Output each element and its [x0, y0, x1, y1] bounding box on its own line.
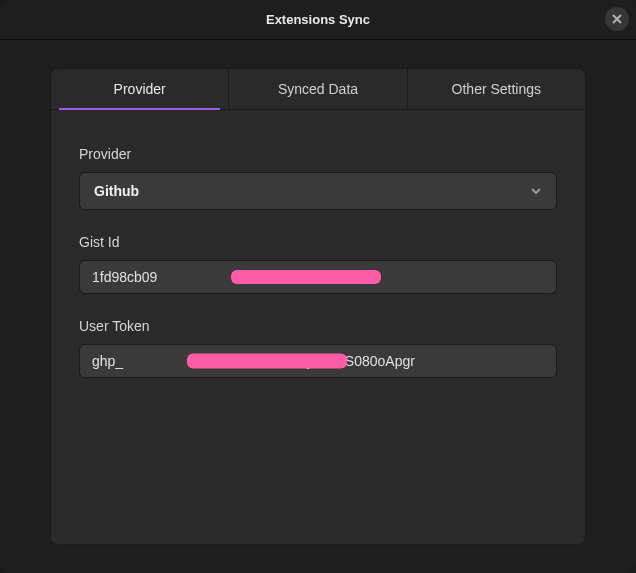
content-area: Provider Synced Data Other Settings Prov… — [0, 40, 636, 573]
provider-field: Provider Github — [79, 146, 557, 210]
tab-provider[interactable]: Provider — [51, 69, 229, 109]
window-title: Extensions Sync — [266, 12, 370, 27]
tab-synced-data[interactable]: Synced Data — [229, 69, 407, 109]
close-icon — [611, 13, 623, 25]
provider-label: Provider — [79, 146, 557, 162]
gist-id-field: Gist Id — [79, 234, 557, 294]
tab-other-settings[interactable]: Other Settings — [408, 69, 585, 109]
user-token-field: User Token — [79, 318, 557, 378]
tab-synced-data-label: Synced Data — [278, 81, 358, 97]
titlebar: Extensions Sync — [0, 0, 636, 40]
user-token-input[interactable] — [79, 344, 557, 378]
tab-other-settings-label: Other Settings — [452, 81, 542, 97]
gist-id-input[interactable] — [79, 260, 557, 294]
gist-id-input-wrapper — [79, 260, 557, 294]
window: Extensions Sync Provider Synced Data Oth… — [0, 0, 636, 573]
tab-bar: Provider Synced Data Other Settings — [51, 69, 585, 110]
user-token-input-wrapper — [79, 344, 557, 378]
user-token-label: User Token — [79, 318, 557, 334]
close-button[interactable] — [605, 7, 629, 31]
provider-value: Github — [94, 183, 139, 199]
gist-id-label: Gist Id — [79, 234, 557, 250]
provider-select[interactable]: Github — [79, 172, 557, 210]
settings-panel: Provider Synced Data Other Settings Prov… — [50, 68, 586, 545]
chevron-down-icon — [530, 185, 542, 197]
tab-provider-label: Provider — [114, 81, 166, 97]
tab-content: Provider Github Gist Id User Token — [51, 110, 585, 544]
